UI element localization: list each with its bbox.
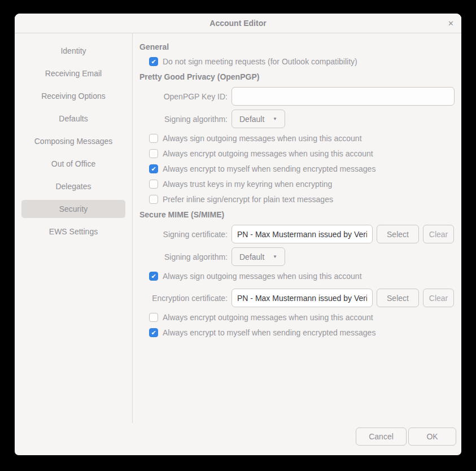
sidebar-item-security[interactable]: Security [21,200,125,218]
checkbox[interactable]: ✔ [149,57,158,66]
checkbox-row: ✔Always encrypt to myself when sending e… [149,164,455,173]
pgp-checkbox-group: ✔Always sign outgoing messages when usin… [149,134,455,204]
sidebar-item-ews-settings[interactable]: EWS Settings [21,223,125,241]
smime-signing-algorithm-label: Signing algorithm: [139,252,228,261]
checkbox[interactable]: ✔ [149,313,158,322]
checkbox[interactable]: ✔ [149,149,158,158]
encryption-certificate-label: Encryption certificate: [139,294,228,303]
sidebar-item-label: Security [59,204,88,213]
section-header-smime: Secure MIME (S/MIME) [139,210,455,219]
checkbox-label: Always encrypt to myself when sending en… [163,328,375,337]
section-header-openpgp: Pretty Good Privacy (OpenPGP) [139,72,455,81]
openpgp-key-id-input[interactable] [232,87,455,106]
checkbox-row: ✔Always encrypt outgoing messages when u… [149,149,455,158]
signing-certificate-select-button[interactable]: Select [377,225,419,243]
checkbox-row: ✔Always encrypt outgoing messages when u… [149,313,455,322]
checkbox-row: ✔Always sign outgoing messages when usin… [149,134,455,143]
checkbox[interactable]: ✔ [149,272,158,281]
sidebar-item-label: Defaults [59,114,88,123]
ok-button[interactable]: OK [408,428,456,446]
section-header-general: General [139,42,455,51]
sidebar-item-label: EWS Settings [49,227,98,236]
window-title: Account Editor [209,19,266,28]
encryption-certificate-clear-button[interactable]: Clear [423,289,454,307]
sidebar-item-label: Identity [60,46,86,55]
signing-certificate-row: Signing certificate: Select Clear [139,225,455,243]
account-editor-dialog: Account Editor ✕ IdentityReceiving Email… [15,14,461,455]
checkbox[interactable]: ✔ [149,164,158,173]
pgp-signing-algorithm-label: Signing algorithm: [139,115,228,124]
dialog-body: IdentityReceiving EmailReceiving Options… [15,33,461,423]
sidebar-item-receiving-email[interactable]: Receiving Email [21,64,125,82]
smime-signing-algorithm-row: Signing algorithm: Default ▼ [139,247,455,266]
sidebar-item-composing-messages[interactable]: Composing Messages [21,132,125,150]
signing-certificate-clear-button[interactable]: Clear [423,225,454,243]
check-icon: ✔ [151,59,156,65]
sidebar-item-label: Receiving Email [45,69,102,78]
smime-sign-checkbox-group: ✔Always sign outgoing messages when usin… [149,272,455,281]
pgp-signing-algorithm-row: Signing algorithm: Default ▼ [139,110,455,128]
sidebar-item-delegates[interactable]: Delegates [21,177,125,195]
checkbox-row: ✔Do not sign meeting requests (for Outlo… [149,57,455,66]
sidebar-item-out-of-office[interactable]: Out of Office [21,155,125,173]
dropdown-value: Default [239,252,264,261]
close-icon[interactable]: ✕ [448,20,454,27]
checkbox-label: Always encrypt to myself when sending en… [163,164,375,173]
general-checkbox-group: ✔Do not sign meeting requests (for Outlo… [149,57,455,66]
check-icon: ✔ [151,273,156,280]
content-panel: General ✔Do not sign meeting requests (f… [133,33,461,423]
smime-signing-algorithm-dropdown[interactable]: Default ▼ [232,247,285,266]
checkbox-label: Always sign outgoing messages when using… [163,134,362,143]
encryption-certificate-select-button[interactable]: Select [377,289,419,307]
signing-certificate-label: Signing certificate: [139,230,228,239]
checkbox-label: Always sign outgoing messages when using… [163,272,362,281]
chevron-down-icon: ▼ [273,117,277,121]
openpgp-key-id-row: OpenPGP Key ID: [139,87,455,106]
sidebar-item-identity[interactable]: Identity [21,42,125,60]
encryption-certificate-row: Encryption certificate: Select Clear [139,289,455,307]
sidebar-item-defaults[interactable]: Defaults [21,110,125,128]
checkbox-row: ✔Always trust keys in my keyring when en… [149,180,455,189]
sidebar: IdentityReceiving EmailReceiving Options… [15,33,133,423]
sidebar-item-label: Composing Messages [34,137,113,146]
checkbox-row: ✔Always encrypt to myself when sending e… [149,328,455,337]
check-icon: ✔ [151,166,156,172]
signing-certificate-input[interactable] [232,225,373,243]
checkbox-row: ✔Prefer inline sign/encrypt for plain te… [149,195,455,204]
checkbox-label: Always encrypt outgoing messages when us… [163,313,373,322]
checkbox[interactable]: ✔ [149,195,158,204]
dropdown-value: Default [239,115,264,124]
checkbox-row: ✔Always sign outgoing messages when usin… [149,272,455,281]
check-icon: ✔ [151,330,156,336]
sidebar-item-label: Out of Office [51,159,95,168]
checkbox-label: Always encrypt outgoing messages when us… [163,149,373,158]
smime-encrypt-checkbox-group: ✔Always encrypt outgoing messages when u… [149,313,455,337]
checkbox-label: Do not sign meeting requests (for Outloo… [163,57,357,66]
sidebar-item-label: Receiving Options [41,91,106,101]
cancel-button[interactable]: Cancel [356,428,407,446]
pgp-signing-algorithm-dropdown[interactable]: Default ▼ [232,110,285,128]
checkbox[interactable]: ✔ [149,134,158,143]
checkbox[interactable]: ✔ [149,180,158,189]
sidebar-item-label: Delegates [55,182,91,191]
titlebar[interactable]: Account Editor ✕ [15,14,461,33]
action-bar: Cancel OK [15,423,461,455]
checkbox[interactable]: ✔ [149,328,158,337]
sidebar-item-receiving-options[interactable]: Receiving Options [21,87,125,105]
encryption-certificate-input[interactable] [232,289,373,307]
checkbox-label: Always trust keys in my keyring when enc… [163,180,332,189]
checkbox-label: Prefer inline sign/encrypt for plain tex… [163,195,333,204]
openpgp-key-id-label: OpenPGP Key ID: [139,92,228,101]
chevron-down-icon: ▼ [273,255,277,259]
